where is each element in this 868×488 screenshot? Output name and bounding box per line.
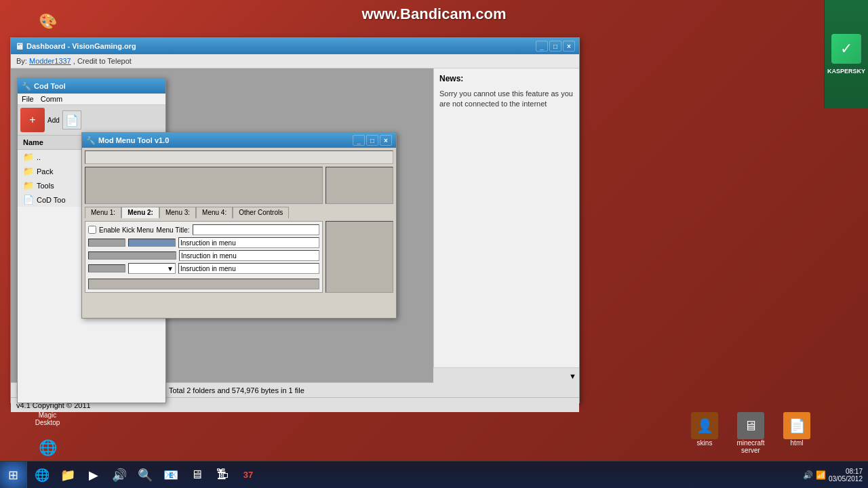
mod-preview-area (85, 167, 393, 204)
taskbar-media[interactable]: ▶ (81, 463, 106, 487)
mod-maximize-button[interactable]: □ (366, 135, 378, 146)
dashboard-maximize-button[interactable]: □ (549, 41, 561, 52)
mod-dropdown[interactable]: ▼ (128, 263, 176, 274)
folder-icon-pack: 📁 (23, 166, 34, 176)
taskbar-monitor[interactable]: 🖥 (184, 463, 209, 487)
dashboard-by-line: By: Modder1337 , Credit to Telepot (11, 54, 579, 68)
desktop-icon-minecraft-server[interactable]: 🖥 minecraft server (730, 412, 771, 454)
by-label: By: (16, 57, 27, 65)
taskbar-volume[interactable]: 🔊 (803, 470, 813, 480)
skins-icon: 👤 (691, 412, 718, 439)
dashboard-minimize-button[interactable]: _ (536, 41, 548, 52)
dashboard-window-controls: _ □ × (536, 41, 575, 52)
mod-preview-side (326, 167, 393, 204)
news-text: Sorry you cannot use this feature as you… (439, 89, 574, 110)
clock-time: 08:17 (829, 468, 863, 475)
paintnet-icon: 🎨 (34, 8, 61, 35)
desktop-icon-skins[interactable]: 👤 skins (684, 412, 725, 454)
mod-instruction-1[interactable]: Insruction in menu (178, 237, 319, 248)
cod-file-icon: 📄 (65, 114, 79, 127)
cod-add-button[interactable]: + (20, 108, 45, 132)
clock: 08:17 03/05/2012 (829, 468, 863, 483)
kaspersky-label: KASPERSKY (827, 68, 865, 75)
news-panel: News: Sorry you cannot use this feature … (433, 68, 579, 382)
mod-side-panel (326, 221, 393, 293)
mod-menu-tabs: Menu 1: Menu 2: Menu 3: Menu 4: Other Co… (85, 207, 393, 218)
dropdown-arrow: ▼ (167, 265, 174, 272)
folder-icon-dotdot: 📁 (23, 152, 34, 162)
bottom-right-icons: 👤 skins 🖥 minecraft server 📄 html (684, 412, 817, 454)
taskbar-right: 🔊 📶 08:17 03/05/2012 (797, 462, 868, 488)
mod-preview-main (85, 167, 323, 204)
folder-icon-tools: 📁 (23, 180, 34, 190)
dashboard-titlebar[interactable]: 🖥 Dashboard - VisionGaming.org _ □ × (11, 38, 579, 54)
mod-menu-window: 🔧 Mod Menu Tool v1.0 _ □ × Menu 1: Menu … (81, 132, 397, 319)
taskbar-network[interactable]: 📶 (816, 470, 826, 480)
cod-add-icon: + (29, 115, 35, 125)
clock-date: 03/05/2012 (829, 475, 863, 483)
file-icon-codtoo: 📄 (23, 195, 34, 205)
mod-window-controls: _ □ × (353, 135, 392, 146)
desktop-icon-html[interactable]: 📄 html (776, 412, 817, 454)
cod-menu-comm[interactable]: Comm (41, 95, 62, 103)
kaspersky-icon: ✓ (831, 34, 861, 64)
taskbar-ie[interactable]: 🌐 (30, 463, 54, 487)
mod-instruction-row1: Insruction in menu (88, 237, 319, 248)
news-dropdown-arrow: ▼ (569, 372, 576, 380)
mod-menu-icon: 🔧 (86, 136, 96, 145)
bandicam-watermark: www.Bandicam.com (361, 5, 506, 23)
cod-tool-icon: 🔧 (22, 82, 31, 91)
mod-tab-menu3[interactable]: Menu 3: (159, 207, 196, 218)
menu-title-label: Menu Title: (157, 226, 190, 234)
mod-instruction-3[interactable]: Insruction in menu (178, 263, 319, 274)
kaspersky-panel: ✓ KASPERSKY (824, 0, 868, 108)
mod-tab-area: Enable Kick Menu Menu Title: Insruction … (85, 221, 393, 293)
mod-tab-menu2[interactable]: Menu 2: (121, 207, 159, 218)
dashboard-close-button[interactable]: × (563, 41, 575, 52)
mod-menu-titlebar[interactable]: 🔧 Mod Menu Tool v1.0 _ □ × (82, 133, 396, 148)
mod-menu-content: Menu 1: Menu 2: Menu 3: Menu 4: Other Co… (82, 148, 396, 318)
credit-text: , Credit to Telepot (73, 57, 132, 65)
cod-tool-title: Cod Tool (34, 82, 66, 90)
mod-bottom-bar (88, 279, 319, 289)
cod-menu-file[interactable]: File (22, 95, 34, 103)
cod-tool-toolbar: + Add 📄 (18, 105, 165, 136)
taskbar-explorer[interactable]: 📁 (56, 463, 80, 487)
desktop: www.Bandicam.com 🎨 PaintNET 📷 Snapfish P… (0, 0, 868, 488)
mod-tab-other[interactable]: Other Controls (233, 207, 289, 218)
mod-tab-menu4[interactable]: Menu 4: (196, 207, 233, 218)
enable-kick-label: Enable Kick Menu (99, 226, 154, 234)
name-col-label: Name (23, 138, 43, 146)
mod-menu-title: Mod Menu Tool v1.0 (98, 136, 169, 144)
news-title: News: (439, 74, 574, 83)
cod-add-label: Add (47, 117, 60, 124)
taskbar-zip[interactable]: 🗜 (210, 463, 235, 487)
mod-minimize-button[interactable]: _ (353, 135, 365, 146)
by-user-link[interactable]: Modder1337 (29, 57, 71, 65)
mod-tab-menu1[interactable]: Menu 1: (85, 207, 121, 218)
taskbar-email[interactable]: 📧 (159, 463, 183, 487)
start-button[interactable]: ⊞ (0, 462, 27, 489)
mod-bottom-area (88, 276, 319, 289)
mod-instruction-2[interactable]: Insruction in menu (179, 250, 319, 261)
taskbar-sound[interactable]: 🔊 (107, 463, 132, 487)
chrome-icon: 🌐 (34, 434, 61, 462)
mod-bar-blue-1 (128, 239, 176, 247)
cod-tool-secondary-btn[interactable]: 📄 (62, 110, 81, 129)
cod-tool-menubar: File Comm (18, 94, 165, 105)
news-dropdown[interactable]: ▼ (433, 367, 579, 384)
mod-bar-grey-2 (88, 251, 176, 260)
mod-bar-grey-1 (88, 239, 125, 247)
statusbar-right: Total 2 folders and 574,976 bytes in 1 f… (169, 386, 304, 394)
cod-tool-titlebar[interactable]: 🔧 Cod Tool (18, 79, 165, 94)
mod-close-button[interactable]: × (380, 135, 392, 146)
html-icon: 📄 (783, 412, 810, 439)
minecraft-server-icon: 🖥 (737, 412, 764, 439)
taskbar: ⊞ 🌐 📁 ▶ 🔊 🔍 📧 🖥 🗜 37 🔊 📶 08:17 03/05/201… (0, 461, 868, 488)
mod-kick-row: Enable Kick Menu Menu Title: (88, 224, 319, 235)
menu-title-input[interactable] (193, 224, 319, 235)
taskbar-search[interactable]: 🔍 (133, 463, 157, 487)
mod-address-bar[interactable] (85, 150, 393, 164)
taskbar-37[interactable]: 37 (236, 463, 260, 487)
enable-kick-checkbox[interactable] (88, 226, 96, 234)
